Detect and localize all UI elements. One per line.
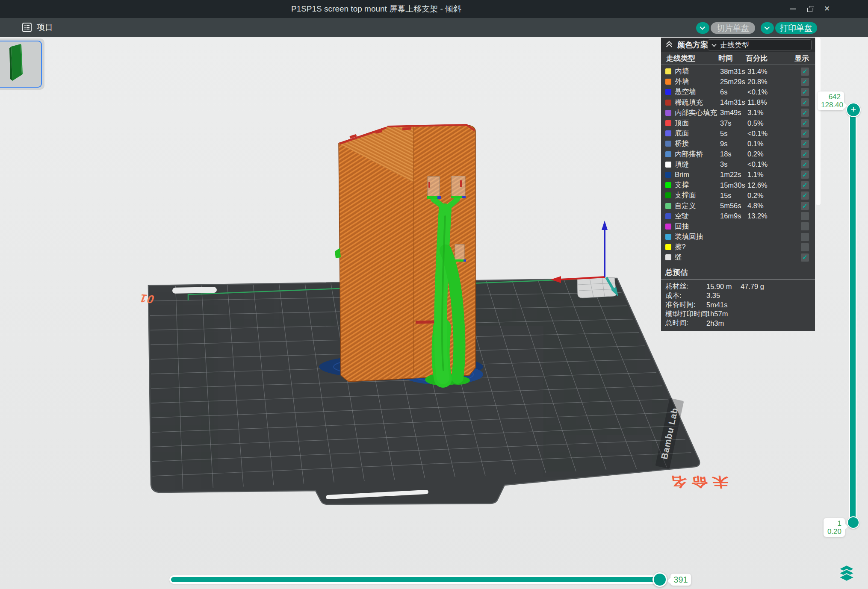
show-checkbox[interactable]: ✓ xyxy=(801,212,809,220)
show-checkbox[interactable]: ✓ xyxy=(801,243,809,251)
print-plate-label: 打印单盘 xyxy=(780,23,812,34)
color-scheme-panel: 颜色方案 走线类型 走线类型 时间 百分比 显示 内墙38m31s31.4%✓ … xyxy=(661,38,815,331)
layer-slider-track[interactable] xyxy=(850,110,856,522)
slice-dropdown-button[interactable] xyxy=(696,22,709,34)
table-row: 底面5s<0.1%✓ xyxy=(661,128,815,138)
show-checkbox[interactable]: ✓ xyxy=(801,253,809,262)
show-checkbox[interactable]: ✓ xyxy=(801,171,809,179)
table-row: 内部搭桥18s0.2%✓ xyxy=(661,149,815,159)
show-checkbox[interactable]: ✓ xyxy=(801,140,809,148)
totals-list: 耗材丝:15.90 m47.79 g 成本:3.35 准备时间:5m41s 模型… xyxy=(661,282,815,328)
color-swatch xyxy=(665,89,671,95)
table-row: 悬空墙6s<0.1%✓ xyxy=(661,87,815,97)
layer-slider-bottom-handle[interactable] xyxy=(847,516,859,529)
close-icon: ✕ xyxy=(818,0,836,18)
show-checkbox[interactable]: ✓ xyxy=(801,68,809,76)
plate-thumbnail-index: 1 xyxy=(0,39,0,47)
layers-view-button[interactable] xyxy=(837,564,856,584)
minimize-icon xyxy=(790,9,796,9)
check-icon: ✓ xyxy=(802,99,808,106)
table-row: 支撑面15s0.2%✓ xyxy=(661,190,815,200)
show-checkbox[interactable]: ✓ xyxy=(801,191,809,200)
show-checkbox[interactable]: ✓ xyxy=(801,130,809,138)
print-plate-button[interactable]: 打印单盘 xyxy=(775,22,817,34)
top-layer-height: 128.40 xyxy=(821,101,841,109)
table-row: 内部实心填充3m49s3.1%✓ xyxy=(661,108,815,118)
show-checkbox[interactable]: ✓ xyxy=(801,88,809,96)
layer-slider-top-handle[interactable]: + xyxy=(846,103,861,117)
slab-side-support xyxy=(335,248,341,258)
show-checkbox[interactable]: ✓ xyxy=(801,202,809,210)
table-row: 自定义5m56s4.8%✓ xyxy=(661,200,815,211)
table-row: 空驶16m9s13.2%✓ xyxy=(661,211,815,221)
line-type-rows: 内墙38m31s31.4%✓ 外墙25m29s20.8%✓ 悬空墙6s<0.1%… xyxy=(661,65,815,263)
color-swatch xyxy=(665,203,671,209)
show-checkbox[interactable]: ✓ xyxy=(801,109,809,117)
col-show: 显示 xyxy=(794,53,809,63)
check-icon: ✓ xyxy=(802,181,808,189)
table-row: 回抽✓ xyxy=(661,221,815,232)
table-header: 走线类型 时间 百分比 显示 xyxy=(661,52,815,65)
collapse-panel-icon[interactable] xyxy=(665,41,674,49)
view-type-dropdown[interactable]: 走线类型 xyxy=(708,39,812,50)
3d-viewport[interactable]: 01 Bambu Lab 未命名 1 颜色方案 走线类型 xyxy=(0,37,868,589)
color-swatch xyxy=(665,151,671,157)
color-swatch xyxy=(665,172,671,178)
check-icon: ✓ xyxy=(802,171,808,179)
table-row: 内墙38m31s31.4%✓ xyxy=(661,66,815,77)
totals-title: 总预估 xyxy=(665,267,815,277)
show-checkbox[interactable]: ✓ xyxy=(801,181,809,189)
show-checkbox[interactable]: ✓ xyxy=(801,233,809,241)
layer-slider-top-tooltip: 642 128.40 xyxy=(818,91,844,110)
plate-thumbnail[interactable] xyxy=(0,41,42,88)
table-row: 擦?✓ xyxy=(661,242,815,252)
panel-scrollbar[interactable] xyxy=(816,38,821,205)
table-row: 装填回抽✓ xyxy=(661,232,815,242)
color-swatch xyxy=(665,224,671,230)
color-swatch xyxy=(665,254,671,260)
check-icon: ✓ xyxy=(802,191,808,199)
color-swatch xyxy=(665,234,671,240)
check-icon: ✓ xyxy=(802,119,808,127)
check-icon: ✓ xyxy=(802,78,808,85)
slice-plate-button[interactable]: 切片单盘 xyxy=(711,22,755,34)
check-icon: ✓ xyxy=(802,202,808,210)
step-slider-track[interactable] xyxy=(169,575,667,584)
check-icon: ✓ xyxy=(802,140,808,147)
print-dropdown-button[interactable] xyxy=(761,22,774,34)
layer-slider-bottom-tooltip: 1 0.20 xyxy=(824,518,845,537)
col-line-type: 走线类型 xyxy=(666,53,718,63)
close-button[interactable]: ✕ xyxy=(818,0,836,18)
color-swatch xyxy=(665,244,671,250)
project-list-icon xyxy=(21,22,32,33)
show-checkbox[interactable]: ✓ xyxy=(801,119,809,127)
bambu-studio-window: P1SP1S screen top mount 屏幕上移支架 - 倾斜 ✕ 项目… xyxy=(0,0,868,589)
restore-icon-back xyxy=(807,8,812,12)
z-axis-arrow xyxy=(602,221,608,230)
show-checkbox[interactable]: ✓ xyxy=(801,150,809,158)
panel-title: 颜色方案 xyxy=(677,40,708,50)
col-percent: 百分比 xyxy=(746,53,787,63)
color-swatch xyxy=(665,130,671,136)
panel-header: 颜色方案 走线类型 xyxy=(661,38,815,52)
table-row: 外墙25m29s20.8%✓ xyxy=(661,77,815,87)
table-row: 填缝3s<0.1%✓ xyxy=(661,159,815,170)
chevron-down-icon xyxy=(700,24,705,30)
table-row: Brim1m22s1.1%✓ xyxy=(661,170,815,180)
color-swatch xyxy=(665,141,671,147)
table-row: 桥接9s0.1%✓ xyxy=(661,138,815,149)
show-checkbox[interactable]: ✓ xyxy=(801,160,809,168)
show-checkbox[interactable]: ✓ xyxy=(801,98,809,106)
table-row: 稀疏填充14m31s11.8%✓ xyxy=(661,97,815,108)
project-tab[interactable]: 项目 xyxy=(21,21,53,34)
show-checkbox[interactable]: ✓ xyxy=(801,222,809,230)
color-swatch xyxy=(665,79,671,85)
total-row: 模型打印时间:1h57m xyxy=(661,309,815,319)
bottom-layer-number: 1 xyxy=(827,519,841,527)
step-slider-tooltip: 391 xyxy=(670,574,691,586)
total-row: 总时间:2h3m xyxy=(661,319,815,328)
show-checkbox[interactable]: ✓ xyxy=(801,78,809,86)
minimize-button[interactable] xyxy=(783,0,802,18)
total-row: 成本:3.35 xyxy=(661,291,815,300)
plate-name-label: 未命名 xyxy=(615,474,730,491)
